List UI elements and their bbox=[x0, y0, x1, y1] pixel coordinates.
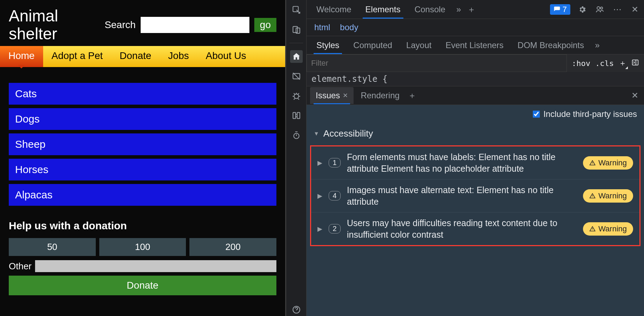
cls-toggle[interactable]: .cls bbox=[595, 59, 614, 68]
donate-200-button[interactable]: 200 bbox=[189, 238, 276, 256]
close-drawer-icon[interactable]: ✕ bbox=[629, 90, 640, 101]
warning-badge: Warning bbox=[583, 189, 633, 203]
chevron-right-icon[interactable]: ▶ bbox=[317, 159, 322, 167]
svg-point-9 bbox=[597, 7, 600, 9]
filter-tools: :hov .cls ＋◢ bbox=[567, 58, 644, 68]
issue-text: Users may have difficulties reading text… bbox=[347, 217, 577, 240]
devtools-main: Welcome Elements Console » ＋ 7 ⋯ ✕ htm bbox=[307, 0, 644, 316]
other-label: Other bbox=[9, 261, 32, 272]
tab-console[interactable]: Console bbox=[408, 1, 452, 18]
list-item[interactable]: Dogs bbox=[9, 108, 276, 130]
more-styles-tabs-icon[interactable]: » bbox=[592, 40, 603, 51]
tab-event-listeners[interactable]: Event Listeners bbox=[439, 37, 510, 54]
filter-bar: :hov .cls ＋◢ bbox=[307, 54, 644, 72]
donate-button[interactable]: Donate bbox=[9, 276, 276, 295]
new-style-icon[interactable]: ＋◢ bbox=[619, 58, 626, 68]
svg-point-4 bbox=[294, 94, 298, 99]
search-label: Search bbox=[105, 19, 136, 31]
styles-tabs: Styles Computed Layout Event Listeners D… bbox=[307, 36, 644, 54]
animal-list: Cats Dogs Sheep Horses Alpacas bbox=[0, 67, 285, 213]
device-icon[interactable] bbox=[290, 23, 303, 36]
issue-text: Images must have alternate text: Element… bbox=[347, 184, 577, 207]
chevron-right-icon[interactable]: ▶ bbox=[317, 192, 322, 200]
issue-text: Form elements must have labels: Element … bbox=[347, 151, 577, 174]
chevron-down-icon: ▼ bbox=[314, 131, 319, 137]
issue-row[interactable]: ▶ 4 Images must have alternate text: Ele… bbox=[311, 179, 639, 212]
issue-count-badge: 1 bbox=[329, 158, 341, 167]
donate-100-button[interactable]: 100 bbox=[99, 238, 186, 256]
nav-home[interactable]: Home bbox=[0, 46, 43, 67]
list-item[interactable]: Horses bbox=[9, 159, 276, 180]
devtools-toolbar-right: 7 ⋯ ✕ bbox=[550, 4, 640, 15]
tab-styles[interactable]: Styles bbox=[310, 37, 346, 54]
feedback-icon[interactable] bbox=[594, 4, 605, 15]
close-icon[interactable]: ✕ bbox=[343, 92, 348, 99]
element-style-block: element.style { bbox=[307, 72, 644, 86]
issue-row[interactable]: ▶ 2 Users may have difficulties reading … bbox=[311, 212, 639, 245]
donate-50-button[interactable]: 50 bbox=[9, 238, 96, 256]
swap-icon[interactable] bbox=[290, 109, 303, 122]
chevron-right-icon[interactable]: ▶ bbox=[317, 225, 322, 233]
inspect-icon[interactable] bbox=[290, 4, 303, 16]
tab-dom-breakpoints[interactable]: DOM Breakpoints bbox=[511, 37, 590, 54]
issues-badge[interactable]: 7 bbox=[550, 4, 570, 15]
drawer-tab-rendering[interactable]: Rendering bbox=[355, 87, 405, 104]
tab-layout[interactable]: Layout bbox=[400, 37, 438, 54]
issue-group-label: Accessibility bbox=[323, 128, 373, 139]
tab-elements[interactable]: Elements bbox=[359, 1, 407, 18]
svg-point-10 bbox=[601, 7, 603, 9]
bug-icon[interactable] bbox=[290, 90, 303, 102]
issue-group-accessibility[interactable]: ▼ Accessibility bbox=[307, 123, 644, 144]
issues-panel: Include third-party issues ▼ Accessibili… bbox=[307, 105, 644, 316]
drawer-tab-issues[interactable]: Issues ✕ bbox=[310, 87, 354, 104]
add-drawer-tab-icon[interactable]: ＋ bbox=[407, 90, 418, 101]
more-menu-icon[interactable]: ⋯ bbox=[612, 4, 623, 15]
list-item[interactable]: Cats bbox=[9, 83, 276, 105]
gear-icon[interactable] bbox=[577, 4, 588, 15]
go-button[interactable]: go bbox=[254, 18, 276, 32]
donate-heading: Help us with a donation bbox=[9, 220, 276, 232]
tab-welcome[interactable]: Welcome bbox=[310, 1, 358, 18]
home-icon[interactable] bbox=[290, 50, 303, 63]
tab-computed[interactable]: Computed bbox=[347, 37, 398, 54]
styles-filter-input[interactable] bbox=[307, 54, 567, 72]
svg-point-7 bbox=[294, 133, 299, 139]
nav-donate[interactable]: Donate bbox=[111, 46, 160, 67]
devtools-tabs: Welcome Elements Console » ＋ 7 ⋯ ✕ bbox=[307, 0, 644, 19]
close-devtools-icon[interactable]: ✕ bbox=[629, 4, 640, 15]
issues-highlight: ▶ 1 Form elements must have labels: Elem… bbox=[310, 145, 640, 246]
nav-about[interactable]: About Us bbox=[197, 46, 255, 67]
drawer-tabs: Issues ✕ Rendering ＋ ✕ bbox=[307, 86, 644, 105]
image-off-icon[interactable] bbox=[290, 70, 303, 83]
issue-row[interactable]: ▶ 1 Form elements must have labels: Elem… bbox=[311, 146, 639, 179]
svg-rect-11 bbox=[632, 60, 638, 65]
donate-other-row: Other bbox=[9, 260, 276, 272]
hov-toggle[interactable]: :hov bbox=[572, 59, 590, 68]
site-title: Animal shelter bbox=[9, 7, 105, 42]
site-header: Animal shelter Search go bbox=[0, 0, 285, 46]
issue-count-badge: 4 bbox=[329, 191, 341, 200]
devtools-pane: Welcome Elements Console » ＋ 7 ⋯ ✕ htm bbox=[285, 0, 644, 316]
donate-amounts: 50 100 200 bbox=[9, 238, 276, 256]
search-input[interactable] bbox=[141, 17, 249, 33]
other-input[interactable] bbox=[35, 260, 276, 272]
timer-icon[interactable] bbox=[290, 129, 303, 141]
svg-rect-6 bbox=[297, 112, 300, 118]
nav-adopt[interactable]: Adopt a Pet bbox=[43, 46, 111, 67]
list-item[interactable]: Sheep bbox=[9, 133, 276, 155]
issue-count-badge: 2 bbox=[329, 224, 341, 233]
panel-toggle-icon[interactable] bbox=[631, 59, 639, 68]
more-tabs-icon[interactable]: » bbox=[453, 4, 464, 15]
list-item[interactable]: Alpacas bbox=[9, 184, 276, 206]
third-party-checkbox[interactable] bbox=[533, 111, 540, 118]
donate-section: Help us with a donation 50 100 200 Other… bbox=[0, 213, 285, 302]
add-tab-icon[interactable]: ＋ bbox=[466, 4, 477, 15]
breadcrumb-body[interactable]: body bbox=[340, 22, 358, 32]
navbar: Home Adopt a Pet Donate Jobs About Us bbox=[0, 46, 285, 67]
help-icon[interactable] bbox=[290, 303, 303, 316]
nav-jobs[interactable]: Jobs bbox=[160, 46, 197, 67]
breadcrumb-html[interactable]: html bbox=[314, 22, 330, 32]
breadcrumbs: html body bbox=[307, 19, 644, 36]
activity-bar bbox=[286, 0, 307, 316]
third-party-label: Include third-party issues bbox=[543, 109, 637, 119]
